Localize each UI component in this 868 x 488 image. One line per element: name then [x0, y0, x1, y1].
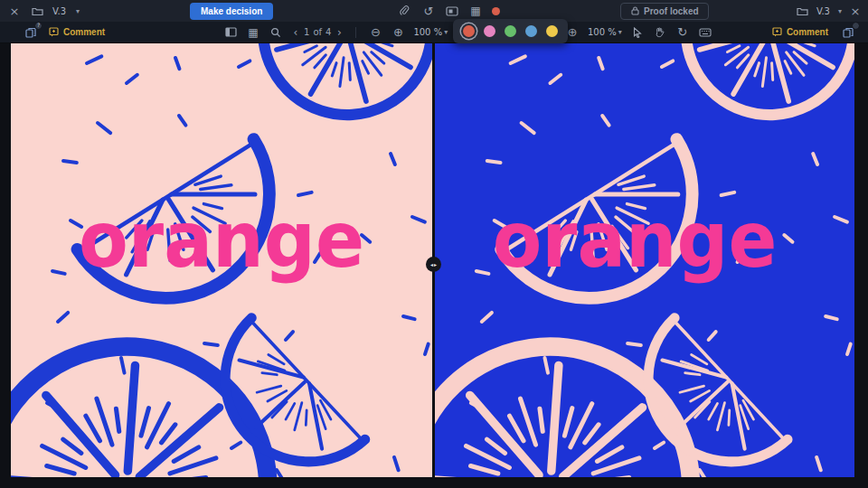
- next-page-icon[interactable]: ›: [335, 25, 344, 40]
- sidebar-toggle-icon[interactable]: [223, 25, 238, 40]
- keyboard-icon[interactable]: [698, 25, 712, 40]
- top-bar: × V.3 ▾ Make decision ↺ ▦ Proof locked: [0, 0, 868, 22]
- comment-plus-icon: [49, 27, 59, 37]
- proof-locked-button[interactable]: Proof locked: [620, 3, 709, 20]
- folder-icon[interactable]: [30, 4, 44, 18]
- zoom-level-right: 100 %: [588, 27, 617, 37]
- chevron-down-icon: ▾: [618, 28, 622, 36]
- page-total: 4: [326, 27, 331, 37]
- close-icon[interactable]: ×: [7, 4, 22, 18]
- annotation-color-dot[interactable]: [492, 7, 500, 15]
- handle-right-arrow: ▸: [434, 261, 437, 267]
- palette-color-pink[interactable]: [484, 25, 495, 37]
- handle-left-arrow: ◂: [430, 261, 433, 267]
- artwork-right: orange: [435, 43, 854, 477]
- zoom-in-icon[interactable]: ⊕: [391, 25, 405, 40]
- proof-locked-label: Proof locked: [644, 6, 699, 16]
- chevron-down-icon[interactable]: ▾: [838, 7, 842, 15]
- comment-button-left[interactable]: Comment: [49, 27, 105, 37]
- close-icon[interactable]: ×: [848, 4, 863, 18]
- zoom-level-dropdown[interactable]: 100 % ▾: [413, 27, 448, 37]
- zoom-level-left: 100 %: [413, 27, 442, 37]
- version-panel-right[interactable]: orange: [435, 43, 854, 477]
- annotation-color-palette: [453, 19, 568, 43]
- thumbnails-icon[interactable]: ▦: [246, 25, 260, 40]
- palette-color-red[interactable]: [463, 25, 475, 37]
- chevron-down-icon[interactable]: ▾: [76, 7, 80, 15]
- cursor-icon[interactable]: [630, 25, 645, 40]
- zoom-level-dropdown[interactable]: 100 % ▾: [588, 27, 622, 37]
- artwork-word: orange: [493, 194, 778, 285]
- proof-canvas: orange ◂ ▸ orange: [0, 43, 868, 488]
- make-decision-button[interactable]: Make decision: [190, 3, 273, 20]
- comment-button-right[interactable]: Comment: [772, 27, 828, 37]
- pan-hand-icon[interactable]: [653, 25, 667, 40]
- notification-badge: [852, 22, 860, 30]
- lock-icon: [630, 6, 639, 15]
- folder-icon[interactable]: [796, 4, 810, 18]
- chevron-down-icon: ▾: [444, 28, 448, 36]
- version-label-left[interactable]: V.3: [52, 6, 66, 16]
- checkerboard-icon[interactable]: ▦: [468, 4, 483, 18]
- artwork-word: orange: [79, 194, 364, 285]
- prev-page-icon[interactable]: ‹: [291, 25, 300, 40]
- help-badge: ?: [34, 22, 42, 30]
- palette-color-yellow[interactable]: [546, 25, 558, 37]
- palette-color-green[interactable]: [505, 25, 516, 37]
- search-icon[interactable]: [269, 25, 283, 40]
- page-of-label: of: [313, 27, 322, 37]
- compare-slider-handle[interactable]: ◂ ▸: [426, 257, 441, 272]
- history-icon[interactable]: ↺: [421, 4, 436, 18]
- rotate-icon[interactable]: ↻: [675, 25, 690, 40]
- comment-label: Comment: [787, 27, 828, 37]
- version-label-right[interactable]: V.3: [816, 6, 830, 16]
- palette-color-blue[interactable]: [525, 25, 537, 37]
- comment-label: Comment: [63, 27, 105, 37]
- notifications-icon[interactable]: [841, 25, 855, 40]
- pages-help-icon[interactable]: ?: [24, 25, 38, 40]
- divider: [355, 27, 356, 38]
- comment-plus-icon: [772, 27, 782, 37]
- version-panel-left[interactable]: orange: [11, 43, 432, 477]
- attachment-icon[interactable]: [398, 4, 412, 18]
- artwork-left: orange: [11, 43, 432, 477]
- page-current: 1: [304, 27, 309, 37]
- zoom-out-icon[interactable]: ⊖: [368, 25, 382, 40]
- toolbar: ? Comment ▦ ‹ 1 of 4 › ⊖ ⊕ 100 % ▾: [0, 22, 868, 43]
- media-card-icon[interactable]: [445, 4, 459, 18]
